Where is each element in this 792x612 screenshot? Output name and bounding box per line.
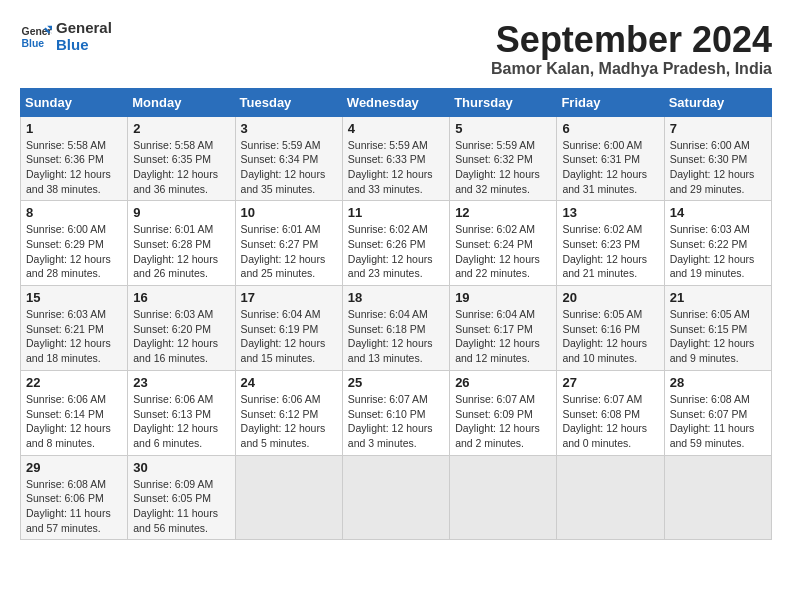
day-number: 16 xyxy=(133,290,229,305)
table-row: 24Sunrise: 6:06 AMSunset: 6:12 PMDayligh… xyxy=(235,370,342,455)
daylight-text: Daylight: 12 hours and 9 minutes. xyxy=(670,337,755,364)
sunrise-text: Sunrise: 5:59 AM xyxy=(241,139,321,151)
day-number: 10 xyxy=(241,205,337,220)
day-number: 8 xyxy=(26,205,122,220)
table-row: 7Sunrise: 6:00 AMSunset: 6:30 PMDaylight… xyxy=(664,116,771,201)
sunrise-text: Sunrise: 5:58 AM xyxy=(26,139,106,151)
daylight-text: Daylight: 12 hours and 10 minutes. xyxy=(562,337,647,364)
daylight-text: Daylight: 12 hours and 2 minutes. xyxy=(455,422,540,449)
sunrise-text: Sunrise: 6:00 AM xyxy=(670,139,750,151)
sunset-text: Sunset: 6:05 PM xyxy=(133,492,211,504)
table-row xyxy=(557,455,664,540)
sunset-text: Sunset: 6:35 PM xyxy=(133,153,211,165)
table-row: 22Sunrise: 6:06 AMSunset: 6:14 PMDayligh… xyxy=(21,370,128,455)
sunrise-text: Sunrise: 6:06 AM xyxy=(26,393,106,405)
day-header-friday: Friday xyxy=(557,88,664,116)
day-number: 17 xyxy=(241,290,337,305)
sunrise-text: Sunrise: 6:07 AM xyxy=(562,393,642,405)
sunset-text: Sunset: 6:08 PM xyxy=(562,408,640,420)
title-area: September 2024 Bamor Kalan, Madhya Prade… xyxy=(491,20,772,78)
daylight-text: Daylight: 12 hours and 25 minutes. xyxy=(241,253,326,280)
daylight-text: Daylight: 12 hours and 16 minutes. xyxy=(133,337,218,364)
sunset-text: Sunset: 6:19 PM xyxy=(241,323,319,335)
daylight-text: Daylight: 12 hours and 33 minutes. xyxy=(348,168,433,195)
sunrise-text: Sunrise: 6:06 AM xyxy=(241,393,321,405)
sunrise-text: Sunrise: 6:05 AM xyxy=(562,308,642,320)
daylight-text: Daylight: 11 hours and 56 minutes. xyxy=(133,507,218,534)
daylight-text: Daylight: 12 hours and 29 minutes. xyxy=(670,168,755,195)
day-number: 22 xyxy=(26,375,122,390)
day-number: 2 xyxy=(133,121,229,136)
day-header-sunday: Sunday xyxy=(21,88,128,116)
daylight-text: Daylight: 12 hours and 6 minutes. xyxy=(133,422,218,449)
sunset-text: Sunset: 6:26 PM xyxy=(348,238,426,250)
daylight-text: Daylight: 12 hours and 21 minutes. xyxy=(562,253,647,280)
sunset-text: Sunset: 6:28 PM xyxy=(133,238,211,250)
table-row: 18Sunrise: 6:04 AMSunset: 6:18 PMDayligh… xyxy=(342,286,449,371)
sunset-text: Sunset: 6:09 PM xyxy=(455,408,533,420)
sunset-text: Sunset: 6:14 PM xyxy=(26,408,104,420)
header: General Blue General Blue September 2024… xyxy=(20,20,772,78)
sunset-text: Sunset: 6:32 PM xyxy=(455,153,533,165)
daylight-text: Daylight: 12 hours and 0 minutes. xyxy=(562,422,647,449)
sunset-text: Sunset: 6:10 PM xyxy=(348,408,426,420)
daylight-text: Daylight: 12 hours and 26 minutes. xyxy=(133,253,218,280)
day-number: 19 xyxy=(455,290,551,305)
table-row: 6Sunrise: 6:00 AMSunset: 6:31 PMDaylight… xyxy=(557,116,664,201)
day-number: 18 xyxy=(348,290,444,305)
table-row: 25Sunrise: 6:07 AMSunset: 6:10 PMDayligh… xyxy=(342,370,449,455)
sunrise-text: Sunrise: 6:02 AM xyxy=(348,223,428,235)
sunrise-text: Sunrise: 6:03 AM xyxy=(26,308,106,320)
sunset-text: Sunset: 6:15 PM xyxy=(670,323,748,335)
sunrise-text: Sunrise: 6:08 AM xyxy=(670,393,750,405)
sunset-text: Sunset: 6:33 PM xyxy=(348,153,426,165)
sunset-text: Sunset: 6:31 PM xyxy=(562,153,640,165)
daylight-text: Daylight: 12 hours and 35 minutes. xyxy=(241,168,326,195)
sunrise-text: Sunrise: 6:02 AM xyxy=(455,223,535,235)
logo-line2: Blue xyxy=(56,37,112,54)
table-row: 10Sunrise: 6:01 AMSunset: 6:27 PMDayligh… xyxy=(235,201,342,286)
table-row: 3Sunrise: 5:59 AMSunset: 6:34 PMDaylight… xyxy=(235,116,342,201)
daylight-text: Daylight: 12 hours and 3 minutes. xyxy=(348,422,433,449)
day-number: 4 xyxy=(348,121,444,136)
daylight-text: Daylight: 12 hours and 31 minutes. xyxy=(562,168,647,195)
svg-text:Blue: Blue xyxy=(22,37,45,48)
sunrise-text: Sunrise: 6:00 AM xyxy=(26,223,106,235)
day-number: 29 xyxy=(26,460,122,475)
sunrise-text: Sunrise: 6:06 AM xyxy=(133,393,213,405)
month-title: September 2024 xyxy=(491,20,772,60)
daylight-text: Daylight: 11 hours and 57 minutes. xyxy=(26,507,111,534)
table-row: 1Sunrise: 5:58 AMSunset: 6:36 PMDaylight… xyxy=(21,116,128,201)
sunrise-text: Sunrise: 6:01 AM xyxy=(241,223,321,235)
day-number: 14 xyxy=(670,205,766,220)
table-row: 21Sunrise: 6:05 AMSunset: 6:15 PMDayligh… xyxy=(664,286,771,371)
daylight-text: Daylight: 12 hours and 38 minutes. xyxy=(26,168,111,195)
table-row: 16Sunrise: 6:03 AMSunset: 6:20 PMDayligh… xyxy=(128,286,235,371)
day-number: 11 xyxy=(348,205,444,220)
day-number: 27 xyxy=(562,375,658,390)
table-row: 5Sunrise: 5:59 AMSunset: 6:32 PMDaylight… xyxy=(450,116,557,201)
logo-icon: General Blue xyxy=(20,21,52,53)
logo-line1: General xyxy=(56,20,112,37)
sunset-text: Sunset: 6:21 PM xyxy=(26,323,104,335)
sunset-text: Sunset: 6:30 PM xyxy=(670,153,748,165)
sunset-text: Sunset: 6:24 PM xyxy=(455,238,533,250)
sunrise-text: Sunrise: 6:04 AM xyxy=(455,308,535,320)
table-row: 11Sunrise: 6:02 AMSunset: 6:26 PMDayligh… xyxy=(342,201,449,286)
sunset-text: Sunset: 6:27 PM xyxy=(241,238,319,250)
day-number: 3 xyxy=(241,121,337,136)
daylight-text: Daylight: 12 hours and 19 minutes. xyxy=(670,253,755,280)
table-row: 17Sunrise: 6:04 AMSunset: 6:19 PMDayligh… xyxy=(235,286,342,371)
table-row: 15Sunrise: 6:03 AMSunset: 6:21 PMDayligh… xyxy=(21,286,128,371)
daylight-text: Daylight: 12 hours and 13 minutes. xyxy=(348,337,433,364)
table-row: 8Sunrise: 6:00 AMSunset: 6:29 PMDaylight… xyxy=(21,201,128,286)
day-number: 26 xyxy=(455,375,551,390)
table-row: 12Sunrise: 6:02 AMSunset: 6:24 PMDayligh… xyxy=(450,201,557,286)
daylight-text: Daylight: 12 hours and 15 minutes. xyxy=(241,337,326,364)
calendar-table: SundayMondayTuesdayWednesdayThursdayFrid… xyxy=(20,88,772,541)
day-header-monday: Monday xyxy=(128,88,235,116)
day-number: 6 xyxy=(562,121,658,136)
table-row: 27Sunrise: 6:07 AMSunset: 6:08 PMDayligh… xyxy=(557,370,664,455)
day-header-thursday: Thursday xyxy=(450,88,557,116)
sunset-text: Sunset: 6:20 PM xyxy=(133,323,211,335)
